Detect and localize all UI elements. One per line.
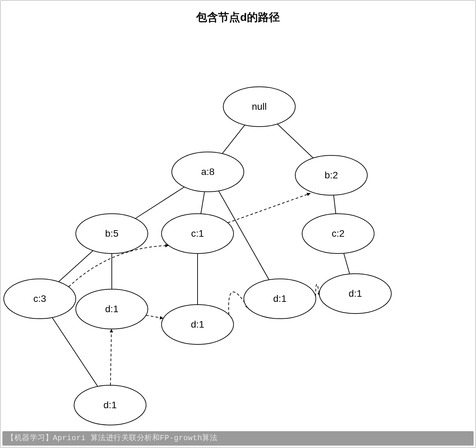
- node-label: c:1: [191, 228, 204, 239]
- link-edge: [228, 193, 310, 223]
- node-label: null: [252, 101, 267, 112]
- node-label: b:5: [105, 228, 119, 239]
- tree-node: a:8: [172, 152, 244, 192]
- tree-node: d:1: [162, 305, 234, 344]
- node-label: a:8: [201, 166, 215, 177]
- tree-node: d:1: [244, 279, 316, 319]
- tree-edge: [52, 317, 98, 386]
- tree-node: d:1: [319, 274, 391, 314]
- tree-node: d:1: [76, 289, 148, 329]
- link-edge: [316, 284, 320, 296]
- node-label: c:3: [33, 293, 46, 304]
- caption-bar: 【机器学习】Apriori 算法进行关联分析和FP-growth算法: [2, 431, 474, 446]
- tree-node: b:2: [295, 155, 367, 195]
- tree-edge: [277, 124, 313, 158]
- node-label: d:1: [273, 293, 287, 304]
- tree-node: b:5: [76, 214, 148, 254]
- tree-edge: [59, 251, 93, 282]
- tree-node: c:2: [302, 214, 374, 254]
- tree-node: c:3: [4, 279, 76, 319]
- tree-edge: [344, 253, 349, 274]
- tree-edge: [334, 195, 336, 214]
- node-label: d:1: [349, 288, 362, 299]
- node-label: d:1: [104, 400, 117, 410]
- link-edge: [110, 329, 111, 385]
- tree-edge: [201, 192, 205, 214]
- tree-edge: [135, 187, 184, 219]
- tree-node: d:1: [74, 385, 146, 425]
- tree-node: c:1: [162, 214, 234, 254]
- node-label: b:2: [325, 170, 338, 180]
- node-label: d:1: [191, 319, 204, 330]
- diagram-page: 包含节点d的路径 nulla:8b:2b:5c:1c:2c:3d:1d:1d:1…: [0, 0, 476, 448]
- node-label: d:1: [105, 304, 119, 314]
- tree-edge: [222, 125, 245, 154]
- tree-node: null: [223, 87, 295, 127]
- fp-tree-svg: nulla:8b:2b:5c:1c:2c:3d:1d:1d:1d:1d:1: [0, 0, 476, 448]
- link-edge: [146, 315, 163, 318]
- node-label: c:2: [332, 228, 344, 239]
